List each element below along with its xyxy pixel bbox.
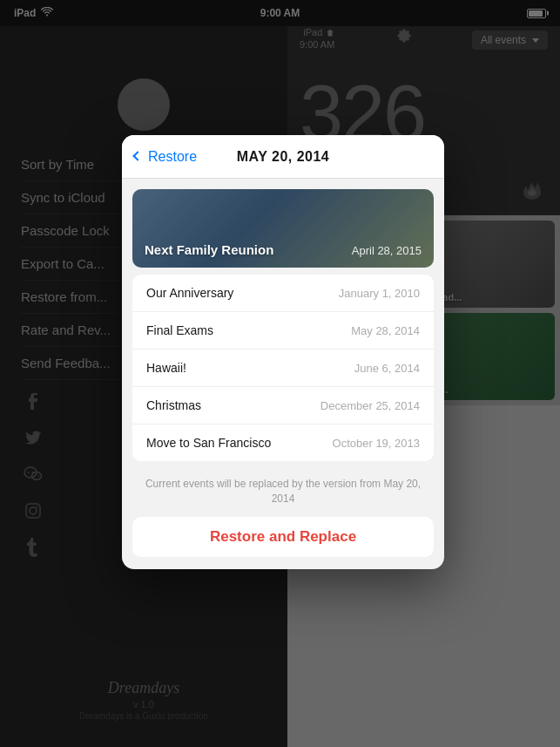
back-label: Restore [148, 149, 197, 165]
events-list: Our Anniversary January 1, 2010 Final Ex… [132, 275, 434, 461]
event-date: October 19, 2013 [333, 437, 420, 450]
featured-event-card[interactable]: Next Family Reunion April 28, 2015 [132, 189, 434, 268]
event-date: May 28, 2014 [351, 324, 420, 337]
event-date: January 1, 2010 [339, 287, 420, 300]
restore-modal: Restore MAY 20, 2014 Next Family Reunion… [122, 135, 444, 569]
event-name: Final Exams [146, 323, 213, 337]
modal-title: MAY 20, 2014 [237, 149, 330, 165]
list-item[interactable]: Final Exams May 28, 2014 [132, 312, 434, 350]
event-name: Hawaii! [146, 361, 186, 375]
modal-header: Restore MAY 20, 2014 [122, 135, 444, 179]
restore-replace-label: Restore and Replace [210, 528, 356, 546]
list-item[interactable]: Move to San Francisco October 19, 2013 [132, 424, 434, 461]
event-date: June 6, 2014 [354, 362, 420, 375]
list-item[interactable]: Christmas December 25, 2014 [132, 387, 434, 424]
featured-event-title: Next Family Reunion [145, 242, 273, 257]
restore-replace-button[interactable]: Restore and Replace [132, 517, 434, 557]
event-name: Move to San Francisco [146, 436, 271, 450]
featured-event-date: April 28, 2015 [352, 244, 422, 257]
back-button[interactable]: Restore [134, 149, 197, 165]
list-item[interactable]: Hawaii! June 6, 2014 [132, 350, 434, 387]
event-date: December 25, 2014 [320, 399, 420, 412]
event-name: Christmas [146, 398, 201, 412]
info-text: Current events will be replaced by the v… [122, 468, 444, 512]
event-name: Our Anniversary [146, 286, 233, 300]
featured-overlay: Next Family Reunion April 28, 2015 [132, 189, 434, 268]
list-item[interactable]: Our Anniversary January 1, 2010 [132, 275, 434, 312]
